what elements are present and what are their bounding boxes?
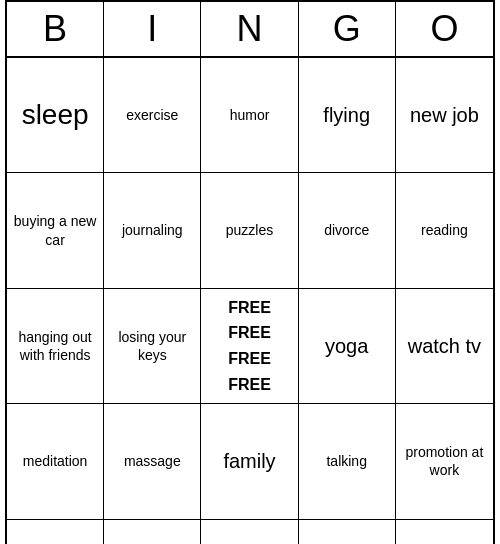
bingo-cell: FREEFREEFREEFREE xyxy=(201,289,298,404)
bingo-cell: humor xyxy=(201,58,298,173)
bingo-cell: yoga xyxy=(299,289,396,404)
bingo-header: BINGO xyxy=(7,2,493,58)
bingo-cell: meditation xyxy=(7,404,104,519)
bingo-cell: family xyxy=(201,404,298,519)
bingo-cell: drawing xyxy=(104,520,201,545)
header-letter: I xyxy=(104,2,201,56)
bingo-cell: talking xyxy=(299,404,396,519)
bingo-cell: massage xyxy=(104,404,201,519)
bingo-cell: exercise xyxy=(104,58,201,173)
bingo-cell: flying xyxy=(299,58,396,173)
bingo-cell: puzzles xyxy=(201,173,298,288)
bingo-cell: hanging out with friends xyxy=(7,289,104,404)
bingo-cell: moving xyxy=(201,520,298,545)
bingo-cell: coloring xyxy=(7,520,104,545)
bingo-card: BINGO sleepexercisehumorflyingnew jobbuy… xyxy=(5,0,495,544)
header-letter: O xyxy=(396,2,493,56)
bingo-cell: promotion at work xyxy=(396,404,493,519)
bingo-cell: finding $100 xyxy=(299,520,396,545)
header-letter: B xyxy=(7,2,104,56)
bingo-cell: journaling xyxy=(104,173,201,288)
header-letter: G xyxy=(299,2,396,56)
bingo-grid: sleepexercisehumorflyingnew jobbuying a … xyxy=(7,58,493,544)
bingo-cell: sleep xyxy=(7,58,104,173)
header-letter: N xyxy=(201,2,298,56)
bingo-cell: new job xyxy=(396,58,493,173)
bingo-cell: divorce xyxy=(299,173,396,288)
bingo-cell: watch tv xyxy=(396,289,493,404)
bingo-cell: reading xyxy=(396,173,493,288)
bingo-cell: driving in heavy traffic xyxy=(396,520,493,545)
bingo-cell: buying a new car xyxy=(7,173,104,288)
bingo-cell: losing your keys xyxy=(104,289,201,404)
